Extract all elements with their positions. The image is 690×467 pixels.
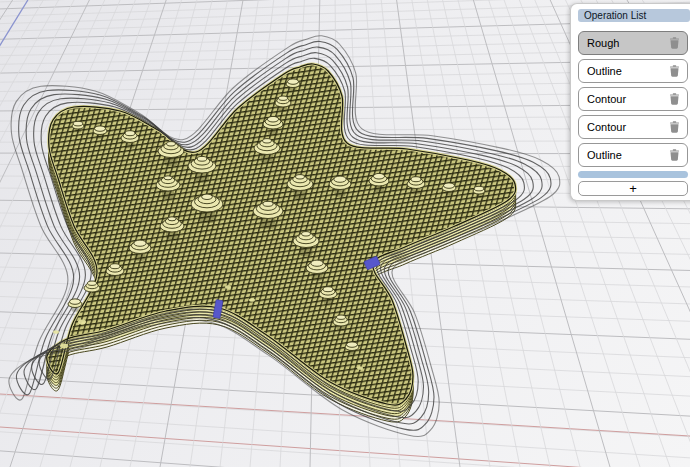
operation-item-rough[interactable]: Rough — [578, 31, 688, 55]
operation-label: Rough — [587, 37, 619, 49]
operation-label: Outline — [587, 149, 622, 161]
operation-list-title[interactable]: Operation List — [578, 9, 690, 22]
trash-icon — [669, 93, 680, 105]
operation-item-outline-2[interactable]: Outline — [578, 143, 688, 167]
operation-list-panel: Operation List Rough Outline Contour Con… — [570, 3, 690, 201]
drop-indicator-bar — [578, 171, 688, 178]
trash-icon — [669, 121, 680, 133]
delete-operation-button[interactable] — [669, 65, 680, 77]
delete-operation-button[interactable] — [669, 149, 680, 161]
delete-operation-button[interactable] — [669, 93, 680, 105]
delete-operation-button[interactable] — [669, 37, 680, 49]
add-operation-button[interactable]: + — [578, 181, 688, 196]
operation-label: Outline — [587, 65, 622, 77]
operation-label: Contour — [587, 121, 626, 133]
trash-icon — [669, 65, 680, 77]
operation-label: Contour — [587, 93, 626, 105]
operation-item-contour-2[interactable]: Contour — [578, 115, 688, 139]
trash-icon — [669, 37, 680, 49]
trash-icon — [669, 149, 680, 161]
delete-operation-button[interactable] — [669, 121, 680, 133]
operation-item-contour[interactable]: Contour — [578, 87, 688, 111]
operation-item-outline[interactable]: Outline — [578, 59, 688, 83]
